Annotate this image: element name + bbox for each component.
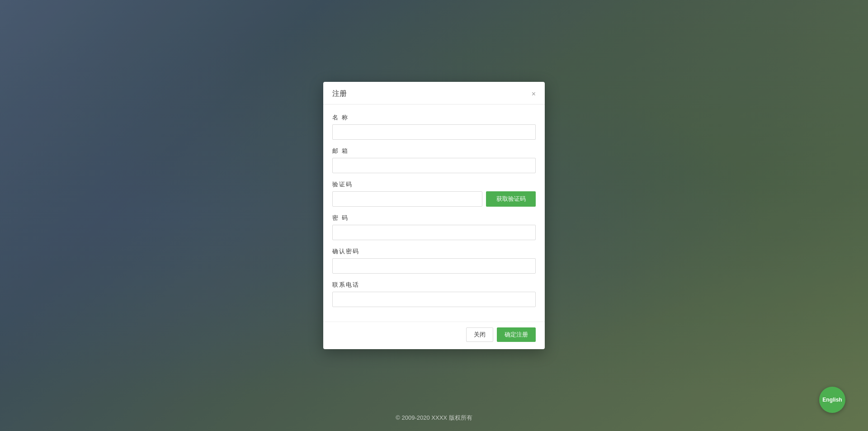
name-input[interactable] <box>332 124 536 140</box>
get-code-button[interactable]: 获取验证码 <box>486 191 536 207</box>
phone-input[interactable] <box>332 292 536 307</box>
password-input[interactable] <box>332 225 536 240</box>
modal-backdrop: 注册 × 名 称 邮 箱 验证码 获取验证码 <box>0 0 868 431</box>
modal-title: 注册 <box>332 89 347 99</box>
password-label: 密 码 <box>332 214 536 222</box>
phone-field-group: 联系电话 <box>332 281 536 307</box>
verification-input[interactable] <box>332 191 482 207</box>
close-button[interactable]: 关闭 <box>466 327 493 342</box>
modal-header: 注册 × <box>323 82 545 104</box>
phone-label: 联系电话 <box>332 281 536 289</box>
email-input[interactable] <box>332 158 536 173</box>
confirm-password-input[interactable] <box>332 258 536 274</box>
password-field-group: 密 码 <box>332 214 536 240</box>
confirm-password-label: 确认密码 <box>332 247 536 256</box>
verification-field-group: 验证码 获取验证码 <box>332 180 536 207</box>
confirm-register-button[interactable]: 确定注册 <box>497 327 536 342</box>
modal-close-button[interactable]: × <box>532 90 536 98</box>
name-label: 名 称 <box>332 114 536 122</box>
name-field-group: 名 称 <box>332 114 536 140</box>
email-field-group: 邮 箱 <box>332 147 536 173</box>
email-label: 邮 箱 <box>332 147 536 155</box>
language-button[interactable]: English <box>819 387 845 413</box>
confirm-password-field-group: 确认密码 <box>332 247 536 274</box>
modal-footer: 关闭 确定注册 <box>323 322 545 349</box>
modal-body: 名 称 邮 箱 验证码 获取验证码 密 码 <box>323 104 545 322</box>
verification-label: 验证码 <box>332 180 536 189</box>
verification-row: 获取验证码 <box>332 191 536 207</box>
register-modal: 注册 × 名 称 邮 箱 验证码 获取验证码 <box>323 82 545 349</box>
